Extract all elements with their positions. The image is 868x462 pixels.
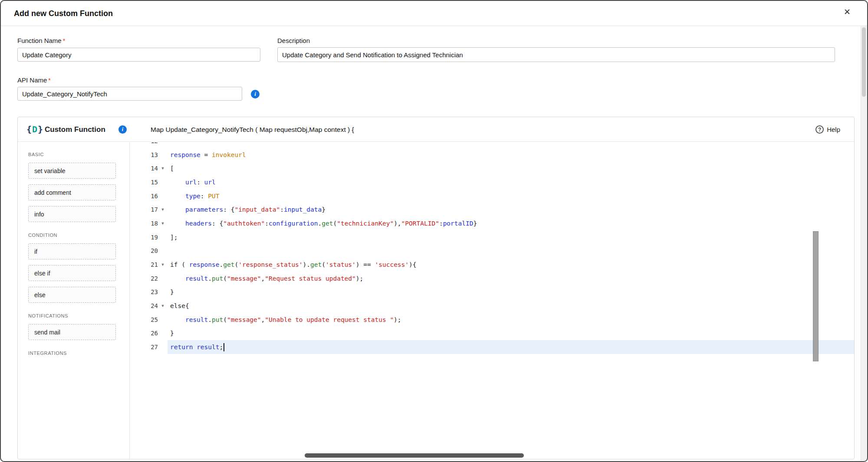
code-line-16[interactable]: 16 type: PUT bbox=[130, 189, 854, 203]
code-text: url: url bbox=[168, 179, 854, 186]
function-sidebar: BASICset variableadd commentinfoCONDITIO… bbox=[18, 142, 130, 459]
code-text: else{ bbox=[168, 302, 854, 309]
snippet-button-add-comment[interactable]: add comment bbox=[28, 184, 116, 200]
code-line-27[interactable]: 27return result; bbox=[130, 340, 854, 354]
function-signature: Map Update_Category_NotifyTech ( Map req… bbox=[151, 117, 354, 142]
api-name-input[interactable] bbox=[17, 87, 242, 101]
question-icon: ? bbox=[815, 125, 824, 134]
header-divider bbox=[1, 26, 867, 26]
line-number: 19 bbox=[130, 234, 158, 241]
required-asterisk: * bbox=[63, 37, 65, 44]
close-icon[interactable]: ✕ bbox=[842, 6, 852, 18]
line-number: 23 bbox=[130, 288, 158, 295]
add-custom-function-dialog: Add new Custom Function ✕ Function Name*… bbox=[0, 0, 868, 462]
line-number: 12 bbox=[130, 142, 158, 144]
line-number: 21 bbox=[130, 261, 158, 268]
snippet-button-set-variable[interactable]: set variable bbox=[28, 163, 116, 179]
fold-arrow-icon[interactable]: ▼ bbox=[158, 304, 168, 308]
code-line-24[interactable]: 24▼else{ bbox=[130, 299, 854, 313]
code-text: headers: {"authtoken":configuration.get(… bbox=[168, 220, 854, 227]
description-label: Description bbox=[277, 37, 310, 44]
horizontal-scrollbar-thumb[interactable] bbox=[305, 453, 524, 458]
function-name-input[interactable] bbox=[17, 48, 260, 62]
line-number: 20 bbox=[130, 247, 158, 254]
snippet-button-else-if[interactable]: else if bbox=[28, 265, 116, 281]
code-lines: 1213response = invokeurl14▼[15 url: url1… bbox=[130, 142, 854, 354]
vertical-scrollbar-thumb[interactable] bbox=[813, 231, 819, 361]
code-editor[interactable]: 1213response = invokeurl14▼[15 url: url1… bbox=[130, 142, 854, 459]
function-name-label: Function Name* bbox=[17, 37, 65, 44]
line-number: 27 bbox=[130, 344, 158, 351]
sidebar-section-label-notifications: NOTIFICATIONS bbox=[28, 313, 129, 318]
sidebar-section-label-integrations: INTEGRATIONS bbox=[28, 351, 129, 356]
code-line-19[interactable]: 19]; bbox=[130, 230, 854, 244]
text-caret bbox=[224, 343, 224, 351]
api-name-label: API Name* bbox=[17, 76, 51, 84]
code-text: return result; bbox=[168, 343, 854, 351]
code-line-18[interactable]: 18▼ headers: {"authtoken":configuration.… bbox=[130, 216, 854, 230]
code-line-12[interactable]: 12 bbox=[130, 142, 854, 148]
code-line-22[interactable]: 22 result.put("message","Request status … bbox=[130, 272, 854, 285]
page-scrollbar-thumb[interactable] bbox=[862, 27, 866, 97]
custom-function-panel-header: {D} Custom Function i Map Update_Categor… bbox=[18, 117, 854, 142]
code-text: [ bbox=[168, 165, 854, 172]
line-number: 22 bbox=[130, 275, 158, 282]
line-number: 17 bbox=[130, 206, 158, 213]
line-number: 24 bbox=[130, 302, 158, 309]
line-number: 15 bbox=[130, 179, 158, 186]
fold-arrow-icon[interactable]: ▼ bbox=[158, 221, 168, 226]
description-input[interactable] bbox=[277, 47, 835, 62]
panel-title: Custom Function bbox=[45, 117, 105, 142]
fold-arrow-icon[interactable]: ▼ bbox=[158, 166, 168, 170]
code-text: result.put("message","Request status upd… bbox=[168, 275, 854, 282]
custom-function-panel: {D} Custom Function i Map Update_Categor… bbox=[17, 117, 855, 459]
code-line-15[interactable]: 15 url: url bbox=[130, 175, 854, 189]
line-number: 25 bbox=[130, 316, 158, 323]
sidebar-section-label-basic: BASIC bbox=[28, 152, 129, 157]
code-line-17[interactable]: 17▼ parameters: {"input_data":input_data… bbox=[130, 203, 854, 216]
code-line-13[interactable]: 13response = invokeurl bbox=[130, 148, 854, 162]
code-text: parameters: {"input_data":input_data} bbox=[168, 206, 854, 213]
snippet-button-info[interactable]: info bbox=[28, 206, 116, 222]
snippet-button-else[interactable]: else bbox=[28, 287, 116, 303]
code-text: type: PUT bbox=[168, 193, 854, 200]
sidebar-section-label-condition: CONDITION bbox=[28, 233, 129, 238]
code-text: result.put("message","Unable to update r… bbox=[168, 316, 854, 323]
code-line-23[interactable]: 23} bbox=[130, 285, 854, 299]
code-text: if ( response.get('response_status').get… bbox=[168, 261, 854, 268]
help-label: Help bbox=[827, 126, 840, 133]
line-number: 18 bbox=[130, 220, 158, 227]
snippet-button-if[interactable]: if bbox=[28, 243, 116, 259]
line-number: 13 bbox=[130, 151, 158, 158]
line-number: 16 bbox=[130, 193, 158, 200]
line-number: 26 bbox=[130, 330, 158, 337]
code-text: response = invokeurl bbox=[168, 151, 854, 158]
dialog-title: Add new Custom Function bbox=[14, 9, 113, 18]
code-text: } bbox=[168, 288, 854, 295]
code-line-14[interactable]: 14▼[ bbox=[130, 161, 854, 175]
code-line-25[interactable]: 25 result.put("message","Unable to updat… bbox=[130, 313, 854, 327]
code-line-21[interactable]: 21▼if ( response.get('response_status').… bbox=[130, 258, 854, 272]
api-name-info-icon[interactable]: i bbox=[251, 90, 260, 98]
fold-arrow-icon[interactable]: ▼ bbox=[158, 207, 168, 212]
code-text: } bbox=[168, 330, 854, 337]
custom-function-icon: {D} bbox=[26, 123, 43, 136]
code-line-26[interactable]: 26} bbox=[130, 327, 854, 341]
custom-function-panel-body: BASICset variableadd commentinfoCONDITIO… bbox=[18, 142, 854, 459]
snippet-button-send-mail[interactable]: send mail bbox=[28, 324, 116, 340]
custom-function-info-icon[interactable]: i bbox=[118, 125, 127, 134]
line-number: 14 bbox=[130, 165, 158, 172]
page-scrollbar[interactable] bbox=[861, 26, 867, 461]
required-asterisk: * bbox=[48, 77, 50, 84]
fold-arrow-icon[interactable]: ▼ bbox=[158, 262, 168, 267]
help-button[interactable]: ? Help bbox=[813, 117, 843, 142]
code-text: ]; bbox=[168, 234, 854, 241]
code-line-20[interactable]: 20 bbox=[130, 244, 854, 258]
